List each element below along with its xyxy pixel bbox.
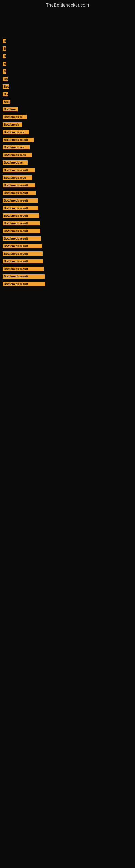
bar-row: Bottleneck result [3, 250, 132, 257]
bar-row: Bo [3, 90, 132, 98]
bar-row: Bottleneck result [3, 235, 132, 242]
bar-row [3, 30, 132, 37]
bar-label: Bottleneck result [3, 183, 35, 187]
bar-row [3, 14, 132, 22]
bar-row: B [3, 67, 132, 75]
bar-row: Bottleneck res [3, 128, 132, 136]
bar-label: Bottleneck res [3, 130, 29, 134]
bar-label: B [3, 69, 6, 73]
bar-row: Bott [3, 98, 132, 105]
bar-row: Bottleneck result [3, 197, 132, 204]
bar-label: Bottleneck result [3, 282, 45, 286]
bar-label: Bottleneck result [3, 191, 36, 195]
bar-label: Bottleneck re [3, 160, 28, 165]
bar-row: B [3, 45, 132, 52]
bar-label: Bottleneck result [3, 236, 41, 241]
bar-label: Bottleneck resu [3, 153, 32, 157]
bar-row: Bot [3, 83, 132, 90]
bar-label: B [3, 62, 6, 66]
bar-label: Bottleneck result [3, 206, 38, 210]
bar-label: B [3, 46, 6, 51]
bar-label: Bot [3, 84, 9, 89]
bar-label: Bottleneck result [3, 244, 42, 248]
bar-label: Bottleneck resu [3, 176, 32, 180]
bar-row: Bottleneck result [3, 242, 132, 250]
bar-label: Bottleneck result [3, 198, 38, 203]
bar-row: Bottleneck result [3, 136, 132, 144]
bar-label: B [3, 54, 6, 58]
bar-label: Bottleneck result [3, 214, 39, 218]
bar-label: Bottleneck result [3, 267, 44, 271]
bar-row: Bottleneck result [3, 219, 132, 227]
bar-label: Bottleneck result [3, 259, 43, 264]
bar-row: Bottleneck result [3, 257, 132, 265]
bars-container: BBBBBBoBotBoBottBottleneBottleneck reBot… [0, 9, 135, 290]
bar-row: Bottleneck result [3, 273, 132, 280]
bar-row: Bottleneck result [3, 212, 132, 219]
bar-row: Bottleneck res [3, 144, 132, 151]
site-title: TheBottlenecker.com [0, 0, 135, 9]
bar-label: Bottlene [3, 107, 17, 112]
bar-row: Bottleneck result [3, 189, 132, 197]
bar-row: B [3, 37, 132, 45]
bar-label: Bottleneck re [3, 115, 27, 119]
bar-label: Bottleneck result [3, 221, 40, 225]
bar-row: B [3, 52, 132, 60]
bar-label: Bo [3, 77, 8, 81]
bar-row: Bottleneck resu [3, 174, 132, 182]
bar-row: B [3, 60, 132, 67]
bar-label: Bott [3, 99, 10, 104]
bar-row: Bottlene [3, 105, 132, 113]
bar-row: Bottleneck result [3, 280, 132, 288]
bar-row: Bottleneck result [3, 265, 132, 273]
bar-row: Bottleneck re [3, 113, 132, 121]
bar-row: Bottleneck result [3, 204, 132, 212]
bar-label: Bottleneck result [3, 137, 34, 142]
bar-label: Bottleneck [3, 122, 22, 127]
bar-row: Bottleneck result [3, 182, 132, 189]
bar-row: Bo [3, 75, 132, 83]
bar-label: Bottleneck result [3, 168, 35, 172]
bar-label: Bottleneck res [3, 145, 30, 150]
bar-label: Bo [3, 92, 8, 96]
bar-label: Bottleneck result [3, 274, 45, 279]
bar-row: Bottleneck resu [3, 151, 132, 159]
bar-label: B [3, 39, 6, 43]
bar-row: Bottleneck [3, 121, 132, 128]
bar-row: Bottleneck result [3, 166, 132, 174]
bar-row: Bottleneck result [3, 227, 132, 235]
bar-row: Bottleneck re [3, 159, 132, 166]
bar-row [3, 22, 132, 30]
bar-label: Bottleneck result [3, 251, 43, 256]
bar-label: Bottleneck result [3, 229, 41, 233]
